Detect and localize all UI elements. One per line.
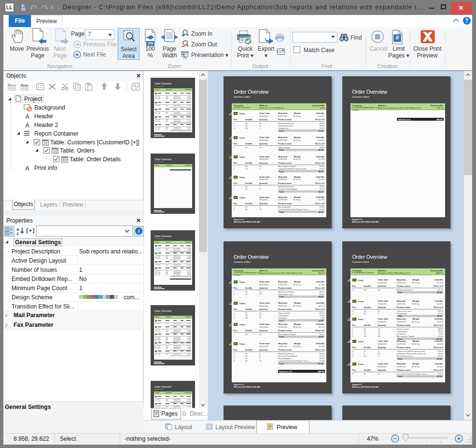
svg-text:Z: Z — [16, 232, 19, 236]
svg-text:A: A — [16, 227, 19, 232]
